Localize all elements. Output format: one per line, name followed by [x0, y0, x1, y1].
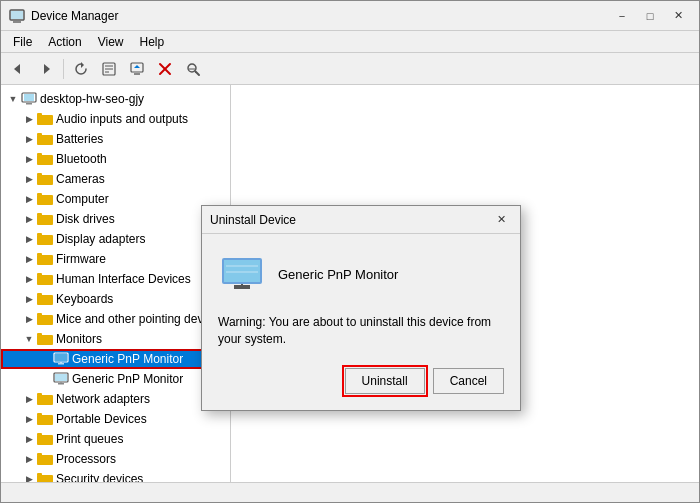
- refresh-button[interactable]: [68, 56, 94, 82]
- tree-item-processors[interactable]: ▶ Processors: [1, 449, 230, 469]
- svg-rect-53: [58, 383, 64, 385]
- tree-item-hid[interactable]: ▶ Human Interface Devices: [1, 269, 230, 289]
- uninstall-button[interactable]: [152, 56, 178, 82]
- svg-rect-57: [37, 415, 53, 425]
- expand-network[interactable]: ▶: [21, 391, 37, 407]
- dialog-body: Generic PnP Monitor Warning: You are abo…: [202, 234, 520, 410]
- tree-item-batteries[interactable]: ▶ Batteries: [1, 129, 230, 149]
- svg-rect-37: [37, 255, 53, 265]
- disk-label: Disk drives: [56, 212, 115, 226]
- svg-rect-44: [37, 313, 42, 316]
- expand-firmware[interactable]: ▶: [21, 251, 37, 267]
- scan-button[interactable]: [180, 56, 206, 82]
- tree-item-monitors[interactable]: ▼ Monitors: [1, 329, 230, 349]
- dialog-close-button[interactable]: ✕: [490, 210, 512, 230]
- expand-display[interactable]: ▶: [21, 231, 37, 247]
- svg-rect-64: [37, 473, 42, 476]
- window-title: Device Manager: [31, 9, 609, 23]
- svg-rect-27: [37, 155, 53, 165]
- svg-rect-61: [37, 455, 53, 465]
- tree-item-bluetooth[interactable]: ▶ Bluetooth: [1, 149, 230, 169]
- tree-item-generic-monitor-1[interactable]: Generic PnP Monitor: [1, 349, 230, 369]
- svg-rect-36: [37, 233, 42, 236]
- tree-item-firmware[interactable]: ▶ Firmware: [1, 249, 230, 269]
- cancel-button[interactable]: Cancel: [433, 368, 504, 394]
- uninstall-confirm-button[interactable]: Uninstall: [345, 368, 425, 394]
- minimize-button[interactable]: −: [609, 5, 635, 27]
- expand-root[interactable]: ▼: [5, 91, 21, 107]
- expand-generic2: [37, 371, 53, 387]
- svg-rect-30: [37, 173, 42, 176]
- forward-button[interactable]: [33, 56, 59, 82]
- batteries-label: Batteries: [56, 132, 103, 146]
- svg-rect-31: [37, 195, 53, 205]
- tree-item-portable[interactable]: ▶ Portable Devices: [1, 409, 230, 429]
- expand-batteries[interactable]: ▶: [21, 131, 37, 147]
- svg-rect-49: [58, 363, 64, 365]
- tree-item-display[interactable]: ▶ Display adapters: [1, 229, 230, 249]
- svg-rect-40: [37, 273, 42, 276]
- maximize-button[interactable]: □: [637, 5, 663, 27]
- svg-rect-32: [37, 193, 42, 196]
- properties-button[interactable]: [96, 56, 122, 82]
- tree-item-generic-monitor-2[interactable]: Generic PnP Monitor: [1, 369, 230, 389]
- update-driver-button[interactable]: [124, 56, 150, 82]
- tree-item-cameras[interactable]: ▶ Cameras: [1, 169, 230, 189]
- expand-bluetooth[interactable]: ▶: [21, 151, 37, 167]
- svg-rect-58: [37, 413, 42, 416]
- menu-action[interactable]: Action: [40, 33, 89, 51]
- print-label: Print queues: [56, 432, 123, 446]
- network-folder-icon: [37, 391, 53, 407]
- tree-item-computer[interactable]: ▶ Computer: [1, 189, 230, 209]
- tree-item-mice[interactable]: ▶ Mice and other pointing devices: [1, 309, 230, 329]
- tree-item-root[interactable]: ▼ desktop-hw-seo-gjy: [1, 89, 230, 109]
- expand-monitors[interactable]: ▼: [21, 331, 37, 347]
- expand-processors[interactable]: ▶: [21, 451, 37, 467]
- hid-label: Human Interface Devices: [56, 272, 191, 286]
- svg-marker-5: [81, 62, 84, 68]
- expand-audio[interactable]: ▶: [21, 111, 37, 127]
- computer-folder-icon: [37, 191, 53, 207]
- device-manager-window: Device Manager − □ ✕ File Action View He…: [0, 0, 700, 503]
- svg-rect-20: [24, 94, 34, 101]
- computer-label: Computer: [56, 192, 109, 206]
- dialog-device-icon: [218, 250, 266, 298]
- svg-rect-55: [37, 395, 53, 405]
- generic-monitor-2-label: Generic PnP Monitor: [72, 372, 183, 386]
- menu-help[interactable]: Help: [132, 33, 173, 51]
- expand-keyboards[interactable]: ▶: [21, 291, 37, 307]
- expand-security[interactable]: ▶: [21, 471, 37, 482]
- tree-item-security[interactable]: ▶ Security devices: [1, 469, 230, 482]
- expand-portable[interactable]: ▶: [21, 411, 37, 427]
- monitors-folder-icon: [37, 331, 53, 347]
- expand-print[interactable]: ▶: [21, 431, 37, 447]
- svg-rect-2: [11, 11, 23, 19]
- expand-disk[interactable]: ▶: [21, 211, 37, 227]
- tree-item-keyboards[interactable]: ▶ Keyboards: [1, 289, 230, 309]
- expand-cameras[interactable]: ▶: [21, 171, 37, 187]
- tree-panel[interactable]: ▼ desktop-hw-seo-gjy ▶ Audio inputs a: [1, 85, 231, 482]
- mice-label: Mice and other pointing devices: [56, 312, 225, 326]
- tree-item-network[interactable]: ▶ Network adapters: [1, 389, 230, 409]
- expand-hid[interactable]: ▶: [21, 271, 37, 287]
- toolbar-separator-1: [63, 59, 64, 79]
- tree-item-audio[interactable]: ▶ Audio inputs and outputs: [1, 109, 230, 129]
- expand-computer[interactable]: ▶: [21, 191, 37, 207]
- processors-folder-icon: [37, 451, 53, 467]
- menu-view[interactable]: View: [90, 33, 132, 51]
- menu-file[interactable]: File: [5, 33, 40, 51]
- window-icon: [9, 8, 25, 24]
- svg-rect-45: [37, 335, 53, 345]
- tree-item-disk[interactable]: ▶ Disk drives: [1, 209, 230, 229]
- dialog-device-row: Generic PnP Monitor: [218, 250, 504, 298]
- generic-monitor-1-label: Generic PnP Monitor: [72, 352, 183, 366]
- svg-rect-29: [37, 175, 53, 185]
- close-button[interactable]: ✕: [665, 5, 691, 27]
- expand-mice[interactable]: ▶: [21, 311, 37, 327]
- svg-rect-25: [37, 135, 53, 145]
- svg-rect-21: [26, 103, 32, 105]
- back-button[interactable]: [5, 56, 31, 82]
- tree-item-print[interactable]: ▶ Print queues: [1, 429, 230, 449]
- svg-rect-81: [234, 285, 250, 289]
- svg-rect-39: [37, 275, 53, 285]
